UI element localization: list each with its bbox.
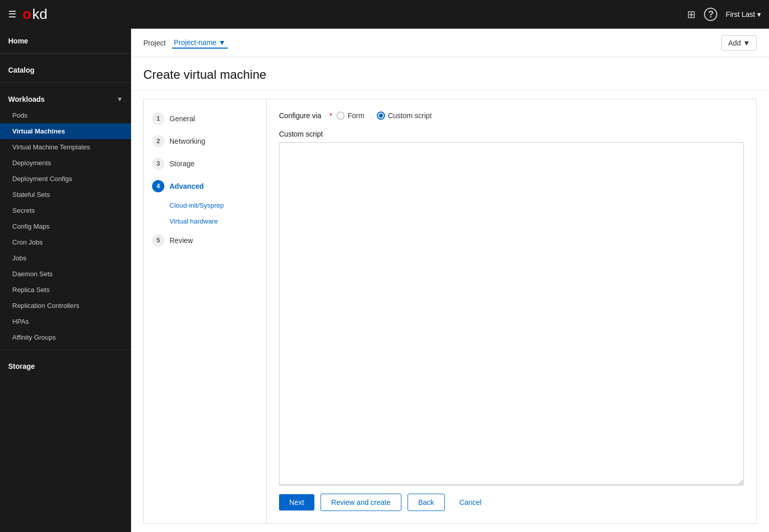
step-number-4: 4 xyxy=(152,180,164,192)
sidebar-item-secrets[interactable]: Secrets xyxy=(0,203,131,218)
wizard-step-storage[interactable]: 3 Storage xyxy=(144,152,266,175)
sidebar-item-replication-controllers[interactable]: Replication Controllers xyxy=(0,298,131,314)
sidebar-catalog[interactable]: Catalog xyxy=(0,58,131,78)
custom-script-radio-option[interactable]: Custom script xyxy=(377,112,432,120)
review-create-button[interactable]: Review and create xyxy=(321,494,401,511)
configure-via-label: Configure via xyxy=(279,112,322,120)
user-name-label: First Last xyxy=(725,10,755,18)
wizard-body: Configure via * Form Custom script Custo… xyxy=(267,99,756,523)
project-chevron-icon: ▼ xyxy=(219,38,226,47)
topbar: Project Project-name ▼ Add ▼ xyxy=(131,29,769,57)
wizard-step-advanced[interactable]: 4 Advanced xyxy=(144,175,266,197)
page-title-bar: Create virtual machine xyxy=(131,57,769,91)
sidebar-storage[interactable]: Storage xyxy=(0,354,131,374)
wizard-footer: Next Review and create Back Cancel xyxy=(279,485,744,511)
project-select[interactable]: Project-name ▼ xyxy=(172,37,228,49)
sidebar-item-affinity-groups[interactable]: Affinity Groups xyxy=(0,329,131,345)
wizard-navigation: 1 General 2 Networking 3 Storage 4 Advan… xyxy=(144,99,267,523)
help-icon[interactable]: ? xyxy=(704,8,717,21)
wizard-step-general[interactable]: 1 General xyxy=(144,107,266,130)
sidebar-divider-3 xyxy=(0,349,131,350)
back-button[interactable]: Back xyxy=(408,494,445,511)
sidebar-item-virtual-machine-templates[interactable]: Virtual Machine Templates xyxy=(0,139,131,155)
sidebar-item-stateful-sets[interactable]: Stateful Sets xyxy=(0,187,131,203)
project-name-value: Project-name xyxy=(174,38,217,47)
sidebar-item-jobs[interactable]: Jobs xyxy=(0,250,131,266)
sidebar-workloads-label: Workloads xyxy=(8,95,45,103)
sidebar-item-config-maps[interactable]: Config Maps xyxy=(0,218,131,234)
step-label-review: Review xyxy=(169,236,193,245)
main-content: Project Project-name ▼ Add ▼ Create virt… xyxy=(131,29,769,532)
sidebar-storage-label: Storage xyxy=(8,362,35,370)
form-radio-circle xyxy=(336,112,345,120)
substep-cloud-init-label: Cloud-init/Sysprep xyxy=(169,202,224,209)
user-menu[interactable]: First Last ▾ xyxy=(725,10,761,18)
add-chevron-icon: ▼ xyxy=(743,39,750,47)
wizard-step-networking[interactable]: 2 Networking xyxy=(144,130,266,152)
custom-script-textarea[interactable] xyxy=(279,142,744,485)
sidebar: Home Catalog Workloads ▼ Pods Virtual Ma… xyxy=(0,29,131,532)
step-number-3: 3 xyxy=(152,158,164,170)
topnav-icons: ⊞ ? First Last ▾ xyxy=(687,8,761,21)
step-label-networking: Networking xyxy=(169,137,205,145)
grid-icon[interactable]: ⊞ xyxy=(687,8,696,20)
sidebar-item-daemon-sets[interactable]: Daemon Sets xyxy=(0,266,131,282)
sidebar-item-pods[interactable]: Pods xyxy=(0,107,131,123)
step-label-storage: Storage xyxy=(169,160,195,168)
logo-kd-letters: kd xyxy=(32,6,48,23)
add-label: Add xyxy=(728,39,741,47)
cancel-button[interactable]: Cancel xyxy=(451,494,490,511)
step-label-advanced: Advanced xyxy=(169,182,204,190)
sidebar-item-deployment-configs[interactable]: Deployment Configs xyxy=(0,171,131,187)
wizard-substep-cloud-init[interactable]: Cloud-init/Sysprep xyxy=(144,197,266,213)
sidebar-home-label: Home xyxy=(8,37,28,45)
add-button[interactable]: Add ▼ xyxy=(721,35,757,51)
app-body: Home Catalog Workloads ▼ Pods Virtual Ma… xyxy=(0,29,769,532)
sidebar-item-hpas[interactable]: HPAs xyxy=(0,314,131,329)
project-label: Project xyxy=(143,39,166,47)
wizard-substep-virtual-hardware[interactable]: Virtual hardware xyxy=(144,213,266,229)
sidebar-workloads[interactable]: Workloads ▼ xyxy=(0,87,131,107)
substep-virtual-hardware-label: Virtual hardware xyxy=(169,217,218,225)
sidebar-home[interactable]: Home xyxy=(0,29,131,49)
form-radio-label: Form xyxy=(348,112,365,120)
sidebar-item-deployments[interactable]: Deployments xyxy=(0,155,131,171)
sidebar-catalog-label: Catalog xyxy=(8,66,34,74)
form-radio-option[interactable]: Form xyxy=(336,112,365,120)
step-number-2: 2 xyxy=(152,135,164,147)
workloads-chevron-icon: ▼ xyxy=(117,96,123,103)
custom-script-section-label: Custom script xyxy=(279,130,744,138)
sidebar-item-replica-sets[interactable]: Replica Sets xyxy=(0,282,131,298)
sidebar-divider-2 xyxy=(0,82,131,83)
step-number-5: 5 xyxy=(152,234,164,247)
top-navigation: ☰ o kd ⊞ ? First Last ▾ xyxy=(0,0,769,29)
sidebar-item-virtual-machines[interactable]: Virtual Machines xyxy=(0,123,131,139)
next-button[interactable]: Next xyxy=(279,494,314,511)
logo-o-letter: o xyxy=(23,6,31,23)
wizard-container: 1 General 2 Networking 3 Storage 4 Advan… xyxy=(143,99,757,524)
configure-via-row: Configure via * Form Custom script xyxy=(279,112,744,120)
custom-script-section: Custom script xyxy=(279,130,744,485)
wizard-step-review[interactable]: 5 Review xyxy=(144,229,266,252)
step-number-1: 1 xyxy=(152,113,164,125)
user-chevron-icon: ▾ xyxy=(757,10,761,18)
sidebar-divider-1 xyxy=(0,53,131,54)
app-logo: o kd xyxy=(23,6,48,23)
required-asterisk: * xyxy=(330,112,332,120)
hamburger-icon[interactable]: ☰ xyxy=(8,9,16,20)
custom-script-radio-circle xyxy=(377,112,385,120)
step-label-general: General xyxy=(169,115,195,123)
page-title: Create virtual machine xyxy=(143,68,757,82)
sidebar-item-cron-jobs[interactable]: Cron Jobs xyxy=(0,234,131,250)
custom-script-radio-label: Custom script xyxy=(388,112,432,120)
